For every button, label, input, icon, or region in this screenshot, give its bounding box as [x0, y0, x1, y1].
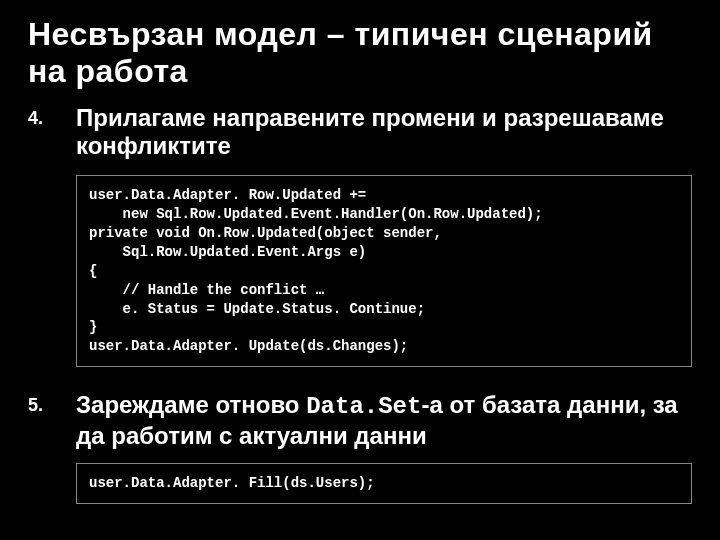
item-heading: Зареждаме отново Data.Set-а от базата да… [76, 391, 692, 451]
item-heading: Прилагаме направените промени и разрешав… [76, 104, 692, 164]
heading-text: Зареждаме отново [76, 391, 306, 418]
item-content: Зареждаме отново Data.Set-а от базата да… [76, 391, 692, 517]
heading-text: Прилагаме направените промени и разрешав… [76, 104, 664, 160]
code-block: user.Data.Adapter. Fill(ds.Users); [76, 463, 692, 504]
item-number: 4. [28, 104, 76, 382]
slide: Несвързан модел – типичен сценарий на ра… [0, 0, 720, 540]
list-item: 5. Зареждаме отново Data.Set-а от базата… [28, 391, 692, 517]
item-content: Прилагаме направените промени и разрешав… [76, 104, 692, 382]
list-item: 4. Прилагаме направените промени и разре… [28, 104, 692, 382]
item-number: 5. [28, 391, 76, 517]
slide-title: Несвързан модел – типичен сценарий на ра… [28, 16, 692, 90]
heading-mono: Data.Set [306, 393, 421, 420]
code-block: user.Data.Adapter. Row.Updated += new Sq… [76, 175, 692, 367]
